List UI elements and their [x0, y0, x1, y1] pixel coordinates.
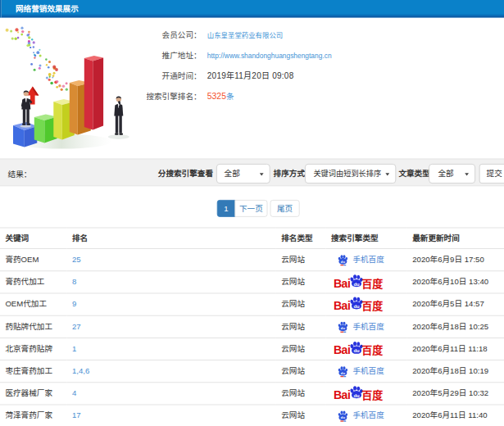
svg-text:Bai: Bai: [334, 277, 350, 290]
svg-text:du: du: [341, 326, 346, 330]
svg-text:Bai: Bai: [334, 388, 350, 401]
svg-text:du: du: [341, 260, 346, 264]
svg-text:Bai: Bai: [334, 343, 350, 356]
svg-text:Bai: Bai: [334, 299, 350, 312]
svg-text:du: du: [353, 348, 360, 353]
svg-text:百度: 百度: [361, 300, 384, 312]
svg-text:du: du: [353, 304, 360, 309]
svg-text:du: du: [353, 393, 360, 398]
svg-text:du: du: [353, 282, 360, 287]
svg-text:百度: 百度: [361, 389, 384, 401]
svg-text:du: du: [341, 371, 346, 375]
svg-text:百度: 百度: [361, 344, 384, 356]
svg-text:du: du: [341, 415, 346, 419]
svg-text:百度: 百度: [361, 278, 384, 290]
